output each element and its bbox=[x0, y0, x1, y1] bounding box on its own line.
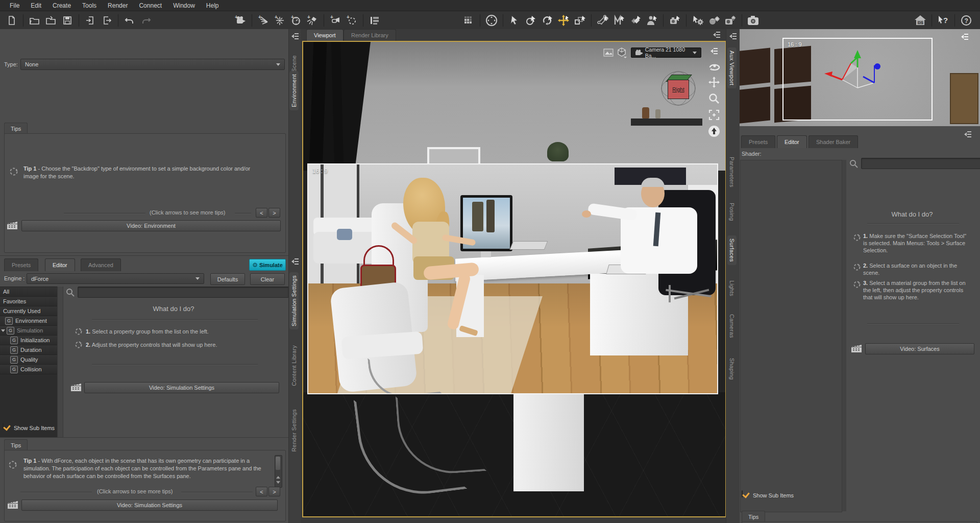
menu-edit[interactable]: Edit bbox=[26, 1, 46, 10]
group-quality[interactable]: GQuality bbox=[0, 355, 57, 365]
surface-search-input[interactable] bbox=[861, 158, 980, 169]
menu-tools[interactable]: Tools bbox=[78, 1, 101, 10]
tips-tab[interactable]: Tips bbox=[742, 511, 765, 522]
group-all[interactable]: All bbox=[0, 287, 57, 297]
tab-presets[interactable]: Presets bbox=[4, 258, 38, 271]
tips-tab[interactable]: Tips bbox=[4, 439, 28, 451]
group-collision[interactable]: GCollision bbox=[0, 365, 57, 374]
translate-tool-icon[interactable] bbox=[557, 14, 570, 27]
next-tip-button[interactable]: > bbox=[268, 208, 280, 218]
tab-advanced[interactable]: Advanced bbox=[81, 258, 121, 271]
dock-tab-surfaces[interactable]: Surfaces bbox=[727, 235, 737, 265]
prev-tip-button[interactable]: < bbox=[256, 487, 267, 496]
help-icon[interactable]: ? bbox=[960, 14, 973, 27]
undo-icon[interactable] bbox=[123, 14, 136, 27]
viewport-nav-icon[interactable] bbox=[485, 14, 498, 27]
dock-tab-posing[interactable]: Posing bbox=[727, 200, 737, 224]
add-null-icon[interactable]: + bbox=[345, 14, 358, 27]
add-timer-light-icon[interactable]: + bbox=[289, 14, 303, 27]
dock-tab-environment[interactable]: Environment bbox=[289, 71, 299, 110]
render-icon[interactable] bbox=[747, 14, 760, 27]
pane-options-icon[interactable] bbox=[712, 31, 721, 39]
group-environment[interactable]: GEnvironment bbox=[0, 316, 57, 326]
dock-tab-render-settings[interactable]: Render Settings bbox=[289, 406, 299, 455]
next-tip-button[interactable]: > bbox=[268, 487, 280, 496]
add-point-light-icon[interactable]: + bbox=[273, 14, 286, 27]
view-cube[interactable]: Right bbox=[660, 70, 696, 106]
show-sub-items-checkbox[interactable] bbox=[3, 423, 4, 430]
geometry-editor-tool-icon[interactable] bbox=[612, 14, 626, 27]
camera-selector-dropdown[interactable]: Camera 21 1080 Ba... bbox=[631, 47, 701, 58]
group-simulation[interactable]: GSimulation bbox=[0, 326, 57, 336]
daz-home-icon[interactable]: DS bbox=[914, 14, 927, 27]
tab-presets[interactable]: Presets bbox=[741, 135, 775, 148]
spot-render-tool-icon[interactable] bbox=[668, 14, 681, 27]
scroll-up-icon[interactable] bbox=[276, 476, 280, 479]
menu-connect[interactable]: Connect bbox=[134, 1, 166, 10]
add-megaphone-light-icon[interactable]: + bbox=[329, 14, 342, 27]
environment-type-dropdown[interactable]: None bbox=[20, 59, 285, 70]
new-file-icon[interactable] bbox=[5, 14, 18, 27]
menu-file[interactable]: File bbox=[5, 1, 24, 10]
menu-render[interactable]: Render bbox=[103, 1, 132, 10]
node-select-tool-icon[interactable] bbox=[508, 14, 521, 27]
menu-create[interactable]: Create bbox=[48, 1, 76, 10]
rotate-cursor-tool-icon[interactable] bbox=[524, 14, 537, 27]
video-surfaces-button[interactable]: Video: Surfaces bbox=[865, 343, 974, 354]
aux-viewport-pane[interactable]: 16 : 9 bbox=[740, 29, 980, 127]
list-splitter[interactable] bbox=[57, 287, 63, 438]
pane-options-icon[interactable] bbox=[290, 257, 300, 266]
video-environment-button[interactable]: Video: Environment bbox=[21, 220, 281, 231]
group-currently-used[interactable]: Currently Used bbox=[0, 306, 57, 316]
orbit-tool-icon[interactable] bbox=[707, 59, 721, 73]
whats-this-icon[interactable]: ? bbox=[937, 14, 950, 27]
scroll-down-icon[interactable] bbox=[276, 481, 280, 484]
clear-button[interactable]: Clear bbox=[250, 273, 285, 285]
engine-dropdown[interactable]: dForce bbox=[27, 273, 204, 284]
group-duration[interactable]: GDuration bbox=[0, 345, 57, 355]
rotate-tool-icon[interactable] bbox=[541, 14, 554, 27]
dock-tab-lights[interactable]: Lights bbox=[727, 277, 737, 299]
menu-help[interactable]: Help bbox=[202, 1, 224, 10]
dock-tab-cameras[interactable]: Cameras bbox=[727, 311, 737, 341]
viewport-options-icon[interactable] bbox=[709, 47, 719, 55]
add-distant-light-icon[interactable]: + bbox=[257, 14, 270, 27]
defaults-button[interactable]: Defaults bbox=[210, 273, 245, 285]
dock-tab-aux-viewport[interactable]: Aux Viewport bbox=[727, 47, 737, 88]
property-search-input[interactable] bbox=[78, 287, 289, 298]
redo-icon[interactable] bbox=[139, 14, 153, 27]
tab-editor[interactable]: Editor bbox=[777, 135, 807, 148]
surface-selection-tool-icon[interactable] bbox=[629, 14, 642, 27]
viewport-canvas[interactable]: 16 : 9 Camera 21 1080 Ba... Right bbox=[302, 41, 726, 517]
dock-tab-parameters[interactable]: Parameters bbox=[727, 154, 737, 191]
zoom-tool-icon[interactable] bbox=[707, 92, 721, 105]
shader-settings-icon[interactable] bbox=[707, 14, 721, 27]
import-icon[interactable] bbox=[84, 14, 97, 27]
export-icon[interactable] bbox=[100, 14, 113, 27]
save-icon[interactable] bbox=[61, 14, 74, 27]
expand-arrow-icon[interactable] bbox=[1, 329, 5, 332]
render-preview-icon[interactable] bbox=[603, 48, 614, 57]
frame-tool-icon[interactable] bbox=[707, 108, 721, 122]
joint-editor-tool-icon[interactable] bbox=[596, 14, 609, 27]
add-camera-icon[interactable]: + bbox=[234, 14, 247, 27]
show-sub-items-checkbox[interactable] bbox=[742, 490, 743, 497]
pane-options-icon[interactable] bbox=[960, 33, 969, 41]
prev-tip-button[interactable]: < bbox=[256, 208, 267, 218]
view-cube-front[interactable]: Right bbox=[668, 80, 689, 99]
pane-options-icon[interactable] bbox=[963, 130, 972, 138]
dock-tab-content-library[interactable]: Content Library bbox=[289, 342, 299, 389]
list-splitter[interactable] bbox=[842, 160, 846, 511]
tool-settings-icon[interactable] bbox=[691, 14, 704, 27]
tips-tab[interactable]: Tips bbox=[4, 123, 28, 134]
video-simulation-settings-button[interactable]: Video: Simulation Settings bbox=[84, 382, 279, 393]
menu-window[interactable]: Window bbox=[168, 1, 200, 10]
figure-setup-tool-icon[interactable] bbox=[645, 14, 658, 27]
group-favorites[interactable]: Favorites bbox=[0, 297, 57, 306]
group-initialization[interactable]: GInitialization bbox=[0, 336, 57, 345]
surface-list[interactable] bbox=[740, 160, 842, 512]
dock-tab-simulation-settings[interactable]: Simulation Settings bbox=[289, 272, 299, 329]
add-spotlight-icon[interactable]: + bbox=[306, 14, 319, 27]
pan-tool-icon[interactable] bbox=[707, 76, 721, 89]
open-file-icon[interactable] bbox=[28, 14, 41, 27]
